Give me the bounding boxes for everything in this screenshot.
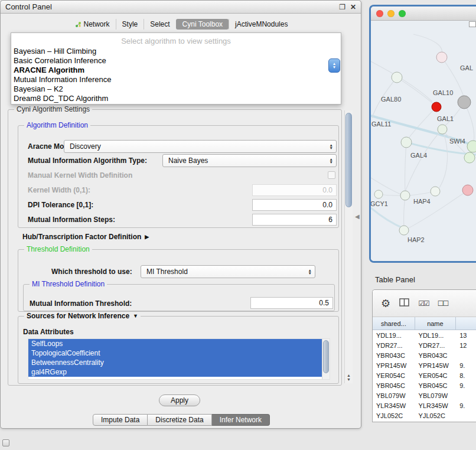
network-node[interactable] (436, 52, 447, 63)
network-icon (75, 21, 81, 28)
network-edge[interactable] (371, 208, 404, 229)
tab-select[interactable]: Select (144, 19, 175, 30)
algorithm-combo-stepper[interactable]: ▲ ▼ (328, 58, 340, 73)
float-window-icon[interactable]: ❐ (339, 4, 345, 11)
table-row[interactable]: YBR043CYBR043C (373, 350, 476, 360)
expanded-arrow-icon: ▼ (133, 313, 138, 319)
attribute-list-item[interactable]: SelfLoops (28, 339, 322, 348)
settings-scrollbar[interactable]: ▲▼ (344, 110, 353, 383)
network-edge[interactable] (405, 142, 406, 191)
bottom-tab-infer-network[interactable]: Infer Network (212, 414, 270, 426)
network-node[interactable] (467, 141, 476, 152)
table-row[interactable]: YPR145WYPR145W9. (373, 360, 476, 370)
table-cell: YLR345W (373, 400, 415, 410)
gear-icon[interactable]: ⚙ (381, 298, 390, 309)
table-row[interactable]: YLR345WYLR345W9. (373, 400, 476, 410)
table-row[interactable]: YBR045CYBR045C9. (373, 380, 476, 390)
network-edge[interactable] (397, 77, 433, 104)
mi-steps-field[interactable]: 6 (252, 214, 337, 226)
network-node[interactable] (438, 125, 447, 134)
bottom-tab-discretize-data[interactable]: Discretize Data (148, 414, 211, 426)
zoom-traffic-light[interactable] (399, 10, 406, 17)
manual-kernel-checkbox[interactable] (328, 171, 335, 179)
network-node[interactable] (374, 190, 383, 198)
network-node-label: GAL1 (437, 115, 454, 122)
kernel-width-field[interactable]: 0.0 (252, 184, 337, 196)
network-edge[interactable] (413, 34, 442, 54)
attribute-list-item[interactable]: TopologicalCoefficient (28, 348, 322, 358)
table-row[interactable]: YJL052CYJL052C (373, 410, 476, 420)
network-canvas[interactable]: GALGAL80GAL10GAL11GAL1SWI4GAL4GCY1HAP4HA… (371, 21, 476, 261)
settings-scroll-thumb[interactable] (345, 113, 352, 207)
network-node[interactable] (464, 152, 475, 163)
dropdown-item[interactable]: Mutual Information Inference (11, 75, 341, 84)
table-column-header[interactable] (456, 317, 476, 330)
network-node[interactable] (400, 191, 410, 200)
dropdown-item[interactable]: Bayesian – Hill Climbing (11, 47, 341, 56)
network-node[interactable] (432, 102, 441, 112)
mi-type-label: Mutual Information Algorithm Type: (28, 156, 147, 165)
network-edge[interactable] (439, 129, 448, 188)
network-node-label: SWI4 (449, 138, 465, 145)
control-panel-titlebar[interactable]: Control Panel ❐ ✕ (1, 1, 361, 14)
select-all-checkboxes-icon[interactable]: ☑☑ (418, 299, 429, 308)
bottom-tab-impute-data[interactable]: Impute Data (93, 414, 148, 426)
apply-button[interactable]: Apply (159, 394, 200, 406)
aracne-mode-select[interactable]: Discovery ▲▼ (64, 140, 337, 153)
network-node[interactable] (392, 72, 402, 83)
table-row[interactable]: YER054CYER054C8. (373, 370, 476, 380)
tab-style[interactable]: Style (116, 19, 144, 30)
network-node[interactable] (431, 187, 440, 196)
network-node[interactable] (401, 137, 412, 148)
table-row[interactable]: YDL19...YDL19...13 (373, 330, 476, 340)
table-panel-title: Table Panel (375, 275, 415, 284)
dropdown-item[interactable]: Dream8 DC_TDC Algorithm (11, 94, 341, 103)
network-edge[interactable] (405, 129, 442, 191)
close-window-icon[interactable]: ✕ (350, 4, 356, 11)
mi-threshold-field[interactable]: 0.5 (250, 297, 333, 309)
attribute-list-item[interactable]: gal4RGexp (28, 367, 322, 377)
table-row[interactable]: YDR27...YDR27...12 (373, 340, 476, 350)
tab-cyni-toolbox[interactable]: Cyni Toolbox (176, 19, 229, 30)
columns-icon[interactable] (399, 298, 409, 309)
mi-type-select[interactable]: Naive Bayes ▲▼ (162, 154, 337, 167)
tab-network[interactable]: Network (69, 19, 116, 30)
minimized-panel-icon[interactable] (2, 439, 9, 446)
tab-jactivemnodules[interactable]: jActiveMNodules (229, 19, 294, 30)
sources-legend[interactable]: Sources for Network Inference ▼ (24, 312, 141, 320)
attribute-list-scrollbar[interactable] (322, 339, 330, 379)
table-column-header[interactable]: shared... (373, 317, 415, 330)
attribute-list-scroll-thumb[interactable] (323, 340, 329, 373)
which-threshold-select[interactable]: MI Threshold ▲▼ (141, 265, 315, 278)
sources-group: Sources for Network Inference ▼ Data Att… (18, 316, 339, 384)
table-row[interactable]: YBL079WYBL079W (373, 390, 476, 400)
combo-arrows-icon: ▲▼ (330, 144, 333, 149)
table-toolbar: ⚙ ☑☑ ☐☐ (373, 290, 476, 317)
tab-label: jActiveMNodules (235, 20, 288, 28)
apply-button-label: Apply (171, 396, 188, 405)
table-cell: YER054C (373, 370, 415, 380)
dpi-tolerance-field[interactable]: 0.0 (252, 199, 337, 211)
panel-collapse-handle-icon[interactable]: ◀ (355, 213, 360, 220)
network-node-label: GAL10 (433, 89, 453, 96)
dropdown-item[interactable]: Bayesian – K2 (11, 84, 341, 94)
scrollbar-arrows-icon[interactable]: ▲▼ (345, 373, 353, 381)
network-node[interactable] (458, 96, 471, 109)
network-node[interactable] (462, 185, 473, 195)
network-window-titlebar[interactable] (371, 6, 476, 21)
close-traffic-light[interactable] (376, 10, 383, 17)
network-node[interactable] (399, 226, 409, 235)
attribute-list-item[interactable]: BetweennessCentrality (28, 358, 322, 367)
combo-arrows-icon: ▲▼ (330, 158, 333, 164)
dropdown-item[interactable]: ARACNE Algorithm (11, 66, 341, 75)
minimize-traffic-light[interactable] (387, 10, 395, 17)
network-birdseye-box[interactable] (469, 21, 476, 27)
table-cell: YDL19... (373, 330, 415, 340)
dropdown-items: Bayesian – Hill ClimbingBasic Correlatio… (11, 47, 341, 103)
hub-factor-toggle[interactable]: Hub/Transcription Factor Definition ▶ (22, 233, 149, 241)
deselect-all-checkboxes-icon[interactable]: ☐☐ (438, 299, 448, 308)
table-cell: 9. (456, 360, 476, 370)
table-cell: YDL19... (415, 330, 457, 340)
dropdown-item[interactable]: Basic Correlation Inference (11, 56, 341, 66)
table-column-header[interactable]: name (415, 317, 457, 330)
